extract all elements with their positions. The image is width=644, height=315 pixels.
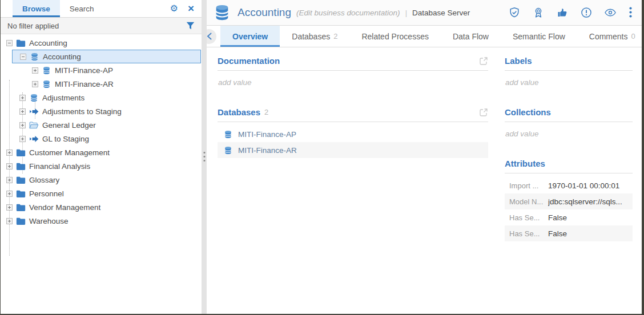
tree-item-customer-management[interactable]: Customer Management	[1, 146, 202, 159]
tree-item-financial-analysis[interactable]: Financial Analysis	[1, 159, 202, 173]
data-flow-icon	[29, 107, 39, 116]
expand-expander-icon[interactable]	[32, 67, 38, 74]
databases-section-header: Databases 2	[218, 99, 488, 122]
expand-expander-icon[interactable]	[19, 95, 26, 101]
open-in-editor-icon[interactable]	[479, 108, 488, 117]
attribute-name: Import ...	[505, 181, 548, 190]
watch-eye-icon[interactable]	[605, 7, 616, 18]
expand-expander-icon[interactable]	[32, 81, 38, 87]
object-header: Accounting (Edit business documentation)…	[207, 0, 642, 26]
expand-expander-icon[interactable]	[6, 163, 13, 169]
filter-icon[interactable]	[186, 22, 195, 30]
collapse-expander-icon[interactable]	[20, 54, 26, 60]
overview-side-column: Labels add value Collections add value A…	[505, 47, 633, 241]
panel-splitter[interactable]	[202, 0, 207, 314]
tree-item-adjustments-to-staging[interactable]: Adjustments to Staging	[1, 104, 202, 118]
close-icon[interactable]: ×	[188, 3, 194, 14]
shield-check-icon[interactable]	[509, 7, 520, 18]
tab-search[interactable]: Search	[60, 0, 104, 17]
documentation-add-value[interactable]: add value	[218, 71, 488, 99]
folder-icon	[16, 203, 26, 212]
attribute-value: False	[548, 229, 633, 238]
section-count: 2	[264, 108, 268, 116]
tree-item-personnel[interactable]: Personnel	[1, 187, 202, 200]
tree-item-miti-finance-ap[interactable]: MITI-Finance-AP	[1, 63, 202, 77]
tab-databases[interactable]: Databases2	[280, 26, 349, 47]
tree-item-accounting-folder[interactable]: Accounting	[1, 36, 202, 50]
tab-label: Databases	[292, 32, 330, 41]
tab-label: Comments	[589, 32, 628, 41]
object-type-label: Database Server	[412, 9, 470, 17]
database-icon	[223, 130, 233, 139]
browser-panel-tabs: Browse Search ⚙ ×	[1, 0, 202, 18]
expand-expander-icon[interactable]	[6, 204, 13, 211]
tab-semantic-flow[interactable]: Semantic Flow	[501, 26, 577, 47]
splitter-grip-icon[interactable]	[203, 152, 205, 161]
tab-search-label: Search	[70, 5, 94, 13]
certification-award-icon[interactable]	[533, 7, 544, 18]
expand-expander-icon[interactable]	[6, 150, 13, 156]
labels-add-value[interactable]: add value	[505, 71, 633, 99]
edit-documentation-hint[interactable]: (Edit business documentation)	[296, 9, 400, 17]
section-title: Databases	[218, 107, 260, 117]
filter-status-text: No filter applied	[7, 22, 59, 30]
tree-item-label: Vendor Management	[29, 203, 100, 212]
expand-expander-icon[interactable]	[19, 108, 26, 115]
attribute-name: Has Se...	[505, 213, 548, 222]
more-menu-icon[interactable]	[629, 7, 633, 18]
tab-related-processes[interactable]: Related Processes	[349, 26, 441, 47]
expand-expander-icon[interactable]	[6, 177, 13, 183]
attributes-section-header: Attributes	[505, 150, 633, 173]
attribute-value: jdbc:sqlserver://sqls...	[548, 197, 633, 206]
tree-item-miti-finance-ar[interactable]: MITI-Finance-AR	[1, 77, 202, 91]
gear-icon[interactable]: ⚙	[170, 4, 178, 13]
tab-label: Related Processes	[361, 32, 429, 41]
tabs-scroll-left-button[interactable]	[207, 29, 216, 44]
object-title: Accounting	[238, 6, 291, 19]
tree-item-label: Adjustments to Staging	[42, 107, 122, 116]
attribute-value: False	[548, 213, 633, 222]
list-item-miti-finance-ap[interactable]: MITI-Finance-AP	[218, 126, 488, 142]
attribute-name: Has Se...	[505, 229, 548, 238]
detail-panel: Accounting (Edit business documentation)…	[207, 0, 642, 314]
tab-label: Overview	[232, 32, 268, 41]
tab-browse-label: Browse	[22, 5, 50, 13]
tree-item-label: Accounting	[43, 52, 81, 61]
alert-circle-icon[interactable]	[581, 7, 592, 18]
expand-expander-icon[interactable]	[19, 136, 26, 142]
table-row: Model N... jdbc:sqlserver://sqls...	[505, 193, 633, 209]
app-window: Browse Search ⚙ × No filter applied Acco…	[0, 0, 644, 315]
tab-data-flow[interactable]: Data Flow	[441, 26, 501, 47]
folder-icon	[16, 39, 26, 47]
tree-item-vendor-management[interactable]: Vendor Management	[1, 200, 202, 214]
open-in-editor-icon[interactable]	[479, 56, 488, 66]
folder-icon	[16, 217, 26, 225]
tree-item-gl-to-staging[interactable]: GL to Staging	[1, 132, 202, 146]
open-folder-icon	[29, 121, 39, 130]
tree-item-label: Warehouse	[29, 217, 69, 225]
tree-item-label: Customer Management	[29, 148, 110, 157]
tree-item-accounting-server[interactable]: Accounting	[12, 50, 201, 63]
tab-browse[interactable]: Browse	[13, 0, 60, 17]
list-item-miti-finance-ar[interactable]: MITI-Finance-AR	[218, 142, 488, 158]
collections-add-value[interactable]: add value	[505, 122, 633, 150]
folder-icon	[16, 148, 26, 157]
database-icon	[42, 66, 51, 75]
tab-label: Semantic Flow	[513, 32, 565, 41]
collections-section-header: Collections	[505, 99, 633, 122]
expand-expander-icon[interactable]	[6, 191, 13, 197]
tab-comments[interactable]: Comments0	[577, 26, 642, 47]
tree-item-general-ledger[interactable]: General Ledger	[1, 118, 202, 132]
database-link-label: MITI-Finance-AR	[238, 146, 297, 155]
tree-item-glossary[interactable]: Glossary	[1, 173, 202, 187]
tree-item-adjustments[interactable]: Adjustments	[1, 91, 202, 104]
tree-item-label: Personnel	[29, 189, 64, 198]
thumbs-up-icon[interactable]	[557, 7, 568, 18]
tree-item-warehouse[interactable]: Warehouse	[1, 214, 202, 228]
overview-content: Documentation add value Databases 2 MITI…	[207, 47, 642, 314]
overview-main-column: Documentation add value Databases 2 MITI…	[218, 47, 488, 158]
expand-expander-icon[interactable]	[19, 122, 26, 128]
tab-overview[interactable]: Overview	[220, 26, 280, 47]
expand-expander-icon[interactable]	[6, 218, 13, 224]
collapse-expander-icon[interactable]	[6, 40, 13, 46]
